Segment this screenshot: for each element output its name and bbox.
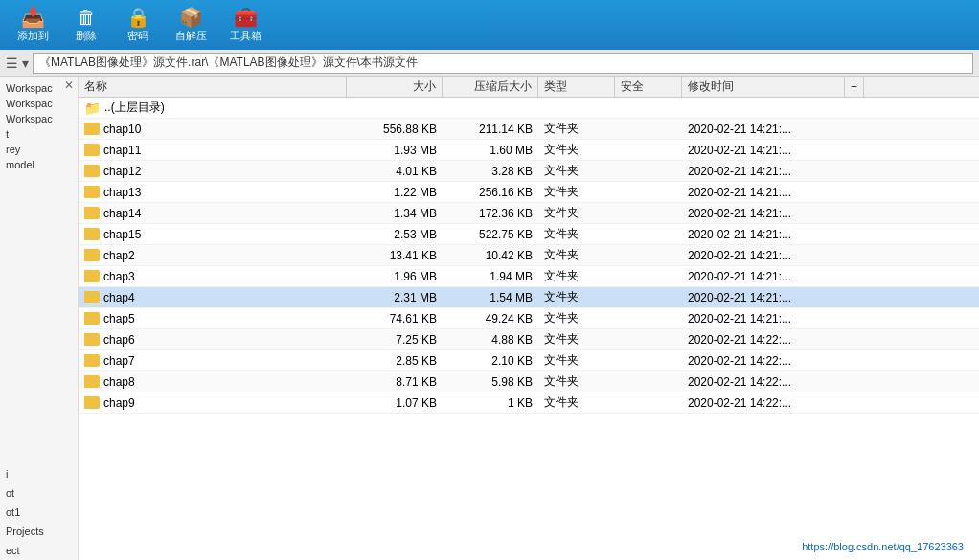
table-row[interactable]: chap7 2.85 KB 2.10 KB 文件夹 2020-02-21 14:… [79,350,979,371]
cell-modified: 2020-02-21 14:21:... [682,186,845,199]
sidebar-item-model[interactable]: model [0,157,78,172]
address-bar: ☰ ▾ 《MATLAB图像处理》源文件.rar\《MATLAB图像处理》源文件\… [0,50,979,77]
file-list-container: 名称 大小 压缩后大小 类型 安全 修改时间 + 📁 ..(上层目录) [79,77,979,560]
cell-size: 1.96 MB [347,270,443,283]
col-header-security[interactable]: 安全 [615,77,682,97]
cell-modified: 2020-02-21 14:21:... [682,165,845,178]
cell-type: 文件夹 [538,352,615,369]
cell-name: chap15 [79,228,347,241]
cell-name: 📁 ..(上层目录) [79,100,347,116]
folder-icon [84,186,100,198]
menu-icon[interactable]: ☰ [6,56,18,71]
table-row[interactable]: chap4 2.31 MB 1.54 MB 文件夹 2020-02-21 14:… [79,287,979,308]
file-name: chap4 [103,291,135,304]
sidebar-item-3[interactable]: t [0,126,78,142]
cell-modified: 2020-02-21 14:21:... [682,207,845,220]
sidebar-item-rey[interactable]: rey [0,142,78,157]
table-row[interactable]: chap12 4.01 KB 3.28 KB 文件夹 2020-02-21 14… [79,161,979,182]
cell-compressed: 211.14 KB [443,123,538,136]
table-row[interactable]: chap5 74.61 KB 49.24 KB 文件夹 2020-02-21 1… [79,308,979,329]
sidebar-close-button[interactable]: ✕ [64,78,74,92]
file-name: chap8 [103,375,135,389]
cell-modified: 2020-02-21 14:21:... [682,144,845,157]
cell-size: 1.93 MB [347,144,443,157]
cell-type: 文件夹 [538,373,615,390]
cell-type: 文件夹 [538,331,615,347]
cell-modified: 2020-02-21 14:21:... [682,228,845,241]
table-row[interactable]: chap6 7.25 KB 4.88 KB 文件夹 2020-02-21 14:… [79,329,979,350]
file-name: chap13 [103,186,141,199]
table-row[interactable]: chap2 13.41 KB 10.42 KB 文件夹 2020-02-21 1… [79,245,979,266]
cell-compressed: 1.54 MB [443,291,538,304]
folder-icon [84,144,100,156]
sidebar-item-1[interactable]: Workspac [0,96,78,111]
col-header-type[interactable]: 类型 [538,77,615,97]
sidebar-bottom-i[interactable]: i [0,464,78,483]
table-row[interactable]: chap11 1.93 MB 1.60 MB 文件夹 2020-02-21 14… [79,140,979,161]
col-header-name[interactable]: 名称 [79,77,347,97]
delete-button[interactable]: 🗑 删除 [62,4,110,47]
table-row[interactable]: chap10 556.88 KB 211.14 KB 文件夹 2020-02-2… [79,119,979,140]
add-button[interactable]: 📥 添加到 [8,4,58,47]
cell-compressed: 4.88 KB [443,333,538,347]
cell-type: 文件夹 [538,247,615,263]
cell-size: 2.53 MB [347,228,443,241]
table-row[interactable]: chap8 8.71 KB 5.98 KB 文件夹 2020-02-21 14:… [79,371,979,392]
cell-size: 1.34 MB [347,207,443,220]
selfextract-button[interactable]: 📦 自解压 [166,4,216,47]
folder-icon [84,396,100,409]
col-header-size[interactable]: 大小 [347,77,443,97]
table-row[interactable]: chap13 1.22 MB 256.16 KB 文件夹 2020-02-21 … [79,182,979,203]
sidebar-bottom-projects[interactable]: Projects [0,522,78,541]
table-row[interactable]: 📁 ..(上层目录) [79,98,979,119]
sidebar-bottom-ot[interactable]: ot [0,483,78,503]
cell-modified: 2020-02-21 14:21:... [682,291,845,304]
sidebar-bottom-ot1[interactable]: ot1 [0,503,78,522]
table-row[interactable]: chap14 1.34 MB 172.36 KB 文件夹 2020-02-21 … [79,203,979,224]
sidebar-bottom-ect[interactable]: ect [0,541,78,560]
selfextract-label: 自解压 [175,29,207,43]
col-header-compressed[interactable]: 压缩后大小 [443,77,538,97]
file-rows: 📁 ..(上层目录) chap10 556.88 KB 211.14 KB 文件… [79,98,979,560]
file-name: chap6 [103,333,135,347]
cell-modified: 2020-02-21 14:21:... [682,249,845,262]
address-path[interactable]: 《MATLAB图像处理》源文件.rar\《MATLAB图像处理》源文件\本书源文… [33,53,973,74]
tools-button[interactable]: 🧰 工具箱 [220,4,271,47]
cell-type: 文件夹 [538,142,615,158]
cell-modified: 2020-02-21 14:21:... [682,123,845,136]
folder-icon [84,291,100,303]
back-icon[interactable]: ▾ [22,56,29,71]
cell-compressed: 5.98 KB [443,375,538,389]
cell-compressed: 172.36 KB [443,207,538,220]
column-headers: 名称 大小 压缩后大小 类型 安全 修改时间 + [79,77,979,98]
cell-type: 文件夹 [538,121,615,137]
cell-size: 2.31 MB [347,291,443,304]
cell-compressed: 49.24 KB [443,312,538,325]
add-label: 添加到 [17,29,49,43]
col-header-extra[interactable]: + [845,77,864,97]
file-name: chap12 [103,165,141,178]
password-button[interactable]: 🔒 密码 [114,4,162,47]
cell-compressed: 3.28 KB [443,165,538,178]
cell-name: chap2 [79,249,347,262]
cell-name: chap14 [79,207,347,220]
sidebar-item-2[interactable]: Workspac [0,111,78,126]
cell-modified: 2020-02-21 14:21:... [682,312,845,325]
folder-icon [84,270,100,282]
table-row[interactable]: chap3 1.96 MB 1.94 MB 文件夹 2020-02-21 14:… [79,266,979,287]
table-row[interactable]: chap15 2.53 MB 522.75 KB 文件夹 2020-02-21 … [79,224,979,245]
cell-name: chap7 [79,354,347,368]
cell-compressed: 2.10 KB [443,354,538,368]
col-header-modified[interactable]: 修改时间 [682,77,845,97]
toolbar: 📥 添加到 🗑 删除 🔒 密码 📦 自解压 🧰 工具箱 [0,0,979,50]
cell-type: 文件夹 [538,163,615,179]
selfextract-icon: 📦 [179,8,203,27]
cell-size: 2.85 KB [347,354,443,368]
delete-icon: 🗑 [77,8,96,27]
table-row[interactable]: chap9 1.07 KB 1 KB 文件夹 2020-02-21 14:22:… [79,392,979,414]
watermark: https://blog.csdn.net/qq_17623363 [802,541,964,552]
folder-icon [84,354,100,367]
folder-icon [84,228,100,240]
folder-icon [84,249,100,261]
cell-name: chap5 [79,312,347,325]
